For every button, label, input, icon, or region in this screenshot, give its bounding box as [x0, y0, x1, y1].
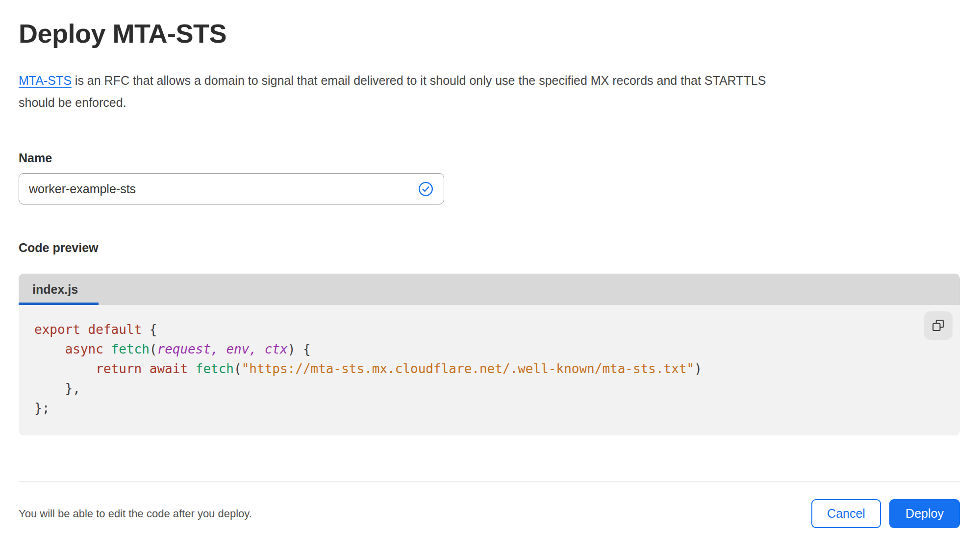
code-preview-label: Code preview	[19, 241, 960, 255]
footer-divider	[19, 481, 960, 482]
mta-sts-link[interactable]: MTA-STS	[19, 74, 72, 87]
code-content: export default { async fetch(request, en…	[34, 320, 916, 418]
description-line2: should be enforced.	[19, 96, 126, 109]
tab-label: index.js	[32, 282, 78, 297]
page-title: Deploy MTA-STS	[19, 18, 960, 49]
description-line1: is an RFC that allows a domain to signal…	[72, 74, 766, 87]
name-input-wrap	[19, 173, 444, 204]
tab-index-js[interactable]: index.js	[19, 274, 99, 305]
footer-note: You will be able to edit the code after …	[19, 507, 252, 520]
copy-icon	[931, 318, 946, 333]
footer-buttons: Cancel Deploy	[811, 499, 960, 528]
code-line: },	[34, 379, 916, 398]
code-line: export default {	[34, 320, 916, 339]
code-line: return await fetch("https://mta-sts.mx.c…	[34, 359, 916, 379]
deploy-button[interactable]: Deploy	[889, 499, 960, 528]
footer: You will be able to edit the code after …	[19, 485, 960, 528]
cancel-button[interactable]: Cancel	[811, 499, 881, 528]
description-text: MTA-STS is an RFC that allows a domain t…	[19, 70, 960, 114]
code-line: };	[34, 398, 916, 418]
code-preview-card: index.js export default { async fetch(re…	[19, 274, 960, 435]
code-tabbar: index.js	[19, 274, 960, 305]
copy-code-button[interactable]	[924, 311, 953, 340]
name-label: Name	[19, 151, 960, 165]
name-input[interactable]	[19, 173, 444, 204]
code-line: async fetch(request, env, ctx) {	[34, 339, 916, 359]
code-editor[interactable]: export default { async fetch(request, en…	[19, 305, 960, 435]
